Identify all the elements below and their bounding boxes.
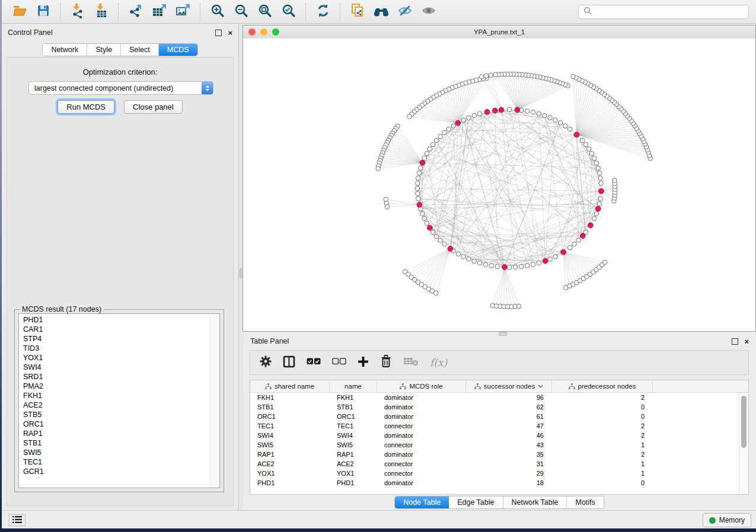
dominator-node[interactable] <box>448 246 453 252</box>
mcds-result-item[interactable]: PMA2 <box>20 382 210 391</box>
graph-node[interactable] <box>438 134 443 139</box>
mcds-result-item[interactable]: ACE2 <box>20 400 210 410</box>
table-row[interactable]: YOX1YOX1connector291 <box>250 469 748 478</box>
satellite-node[interactable] <box>603 260 608 265</box>
graph-edge[interactable] <box>422 105 458 123</box>
graph-node[interactable] <box>467 257 471 262</box>
graph-node[interactable] <box>416 197 421 201</box>
graph-edge[interactable] <box>387 205 420 207</box>
delete-column-button[interactable] <box>380 355 392 370</box>
table-row[interactable]: SWI4SWI4dominator462 <box>250 431 748 440</box>
graph-node[interactable] <box>599 181 604 186</box>
graph-node[interactable] <box>553 254 558 259</box>
graph-node[interactable] <box>472 259 477 264</box>
graph-node[interactable] <box>442 242 447 246</box>
column-header-shared-name[interactable]: shared name <box>250 380 330 392</box>
graph-node[interactable] <box>415 186 420 191</box>
graph-node[interactable] <box>420 211 425 216</box>
graph-node[interactable] <box>594 211 599 216</box>
select-all-rows-button[interactable] <box>307 357 321 368</box>
mcds-result-item[interactable]: RAP1 <box>20 429 210 438</box>
dominator-node[interactable] <box>515 107 520 113</box>
graph-node[interactable] <box>597 201 602 206</box>
float-panel-icon[interactable] <box>215 30 222 36</box>
graph-node[interactable] <box>430 230 435 235</box>
graph-edge[interactable] <box>505 267 519 306</box>
task-history-button[interactable] <box>9 514 25 526</box>
satellite-node[interactable] <box>480 75 484 79</box>
tab-style[interactable]: Style <box>87 44 121 56</box>
graph-node[interactable] <box>428 147 432 152</box>
zoom-selected-button[interactable] <box>278 2 299 21</box>
mcds-result-item[interactable]: TEC1 <box>20 457 210 467</box>
graph-node[interactable] <box>422 216 427 221</box>
graph-node[interactable] <box>548 257 553 262</box>
graph-node[interactable] <box>489 264 494 268</box>
close-panel-button[interactable]: Close panel <box>124 100 183 114</box>
graph-edge[interactable] <box>576 118 629 135</box>
dominator-node[interactable] <box>455 120 461 126</box>
graph-edge[interactable] <box>425 249 451 287</box>
memory-button[interactable]: Memory <box>703 513 751 527</box>
graph-node[interactable] <box>580 138 585 143</box>
graph-node[interactable] <box>451 124 456 129</box>
graph-edge[interactable] <box>518 86 568 110</box>
graph-node[interactable] <box>598 176 603 181</box>
mcds-result-item[interactable]: GCR1 <box>20 467 210 476</box>
satellite-node[interactable] <box>493 72 498 77</box>
graph-edge[interactable] <box>518 80 551 110</box>
graph-node[interactable] <box>553 118 558 123</box>
optimization-criterion-select[interactable]: largest connected component (undirected) <box>28 81 213 95</box>
graph-edge[interactable] <box>430 158 594 227</box>
graph-edge[interactable] <box>496 267 505 306</box>
graph-node[interactable] <box>548 116 553 120</box>
dominator-node[interactable] <box>580 233 585 239</box>
table-scrollbar-thumb[interactable] <box>741 396 747 448</box>
graph-node[interactable] <box>434 234 439 239</box>
satellite-node[interactable] <box>376 166 381 171</box>
graph-node[interactable] <box>537 111 541 116</box>
import-table-button[interactable] <box>91 2 112 21</box>
graph-node[interactable] <box>596 166 601 171</box>
graph-node[interactable] <box>416 191 420 196</box>
table-row[interactable]: TEC1TEC1connector472 <box>250 421 748 431</box>
graph-edge[interactable] <box>386 145 423 163</box>
graph-node[interactable] <box>558 121 563 126</box>
column-header-name[interactable]: name <box>330 380 377 392</box>
graph-node[interactable] <box>425 151 429 156</box>
satellite-node[interactable] <box>516 304 521 309</box>
close-panel-icon[interactable]: × <box>228 30 232 36</box>
dominator-node[interactable] <box>502 264 508 270</box>
satellite-node[interactable] <box>613 178 617 183</box>
first-neighbors-button[interactable] <box>371 2 392 21</box>
graph-edge[interactable] <box>419 107 458 123</box>
table-row[interactable]: ACE2ACE2connector311 <box>250 459 748 469</box>
table-row[interactable]: PHD1PHD1dominator180 <box>250 478 748 488</box>
graph-edge[interactable] <box>576 85 591 134</box>
column-selector-button[interactable] <box>283 355 295 370</box>
graph-node[interactable] <box>425 221 429 226</box>
graph-node[interactable] <box>434 138 439 143</box>
mcds-list-scrollbar[interactable] <box>210 315 218 486</box>
graph-node[interactable] <box>537 261 541 265</box>
add-column-button[interactable] <box>358 356 369 370</box>
graph-edge[interactable] <box>422 191 601 214</box>
tab-node-table[interactable]: Node Table <box>395 496 449 508</box>
horizontal-splitter-grip[interactable] <box>499 332 507 336</box>
graph-node[interactable] <box>525 109 529 114</box>
graph-node[interactable] <box>513 265 518 270</box>
graph-node[interactable] <box>430 142 435 147</box>
graph-node[interactable] <box>531 110 535 115</box>
column-header-MCDS-role[interactable]: MCDS role <box>377 380 466 392</box>
table-scrollbar[interactable] <box>739 393 748 493</box>
mcds-result-item[interactable]: FKH1 <box>20 391 210 400</box>
graph-node[interactable] <box>495 264 500 269</box>
satellite-node[interactable] <box>385 204 390 209</box>
mcds-result-item[interactable]: SRD1 <box>20 372 210 382</box>
graph-node[interactable] <box>567 245 572 250</box>
delete-table-button[interactable] <box>403 356 419 369</box>
graph-node[interactable] <box>461 254 466 259</box>
dominator-node[interactable] <box>492 108 497 113</box>
graph-node[interactable] <box>567 127 572 132</box>
graph-node[interactable] <box>592 216 596 221</box>
